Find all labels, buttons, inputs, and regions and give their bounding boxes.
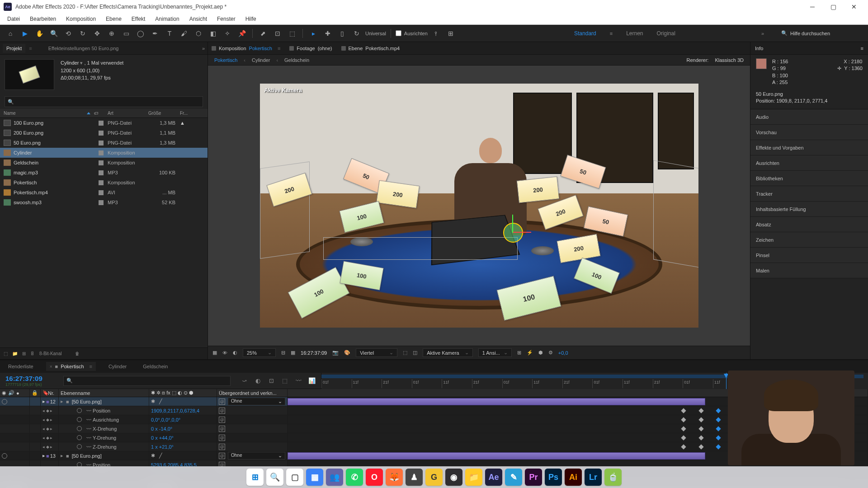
resolution-select[interactable]: Viertel ⌄ <box>356 348 397 357</box>
puppet-tool[interactable]: 📌 <box>236 28 248 39</box>
timeline-tab[interactable]: Renderliste <box>5 362 37 371</box>
transparency-icon[interactable]: ⬚ <box>403 350 407 356</box>
project-item[interactable]: CylinderKomposition <box>0 148 208 158</box>
graph-icon[interactable]: 〰 <box>294 376 303 385</box>
blur-icon[interactable]: ◐ <box>253 376 262 385</box>
grid-icon[interactable]: ▦ <box>291 350 295 356</box>
project-item[interactable]: swoosh.mp3MP352 KB <box>0 197 208 207</box>
menu-fenster[interactable]: Fenster <box>212 14 240 23</box>
comp-tab[interactable]: Komposition Pokertisch ≡ <box>212 46 280 51</box>
roto-tool[interactable]: ✧ <box>222 28 233 39</box>
sort-arrow-icon[interactable] <box>87 112 90 114</box>
res-icon[interactable]: ⊟ <box>281 350 285 356</box>
snap-icon[interactable]: ⫯ <box>430 28 442 39</box>
taskbar-teams[interactable]: 👥 <box>326 469 343 486</box>
panel-ausrichten[interactable]: Ausrichten <box>750 155 868 171</box>
workspace-standard[interactable]: Standard <box>574 30 596 37</box>
comp-tab[interactable]: Ebene Pokertisch.mp4 <box>341 46 400 51</box>
stamp-tool[interactable]: ⬡ <box>193 28 204 39</box>
project-list[interactable]: 100 Euro.pngPNG-Datei1,3 MB▲200 Euro.png… <box>0 118 208 347</box>
menu-komposition[interactable]: Komposition <box>61 14 100 23</box>
anchor-tool[interactable]: ⊕ <box>106 28 118 39</box>
snap2-icon[interactable]: ⊞ <box>445 28 457 39</box>
menu-bearbeiten[interactable]: Bearbeiten <box>25 14 61 23</box>
taskbar-app2[interactable]: G <box>425 469 443 486</box>
menu-animation[interactable]: Animation <box>151 14 184 23</box>
panel-zeichen[interactable]: Zeichen <box>750 232 868 248</box>
comp-icon[interactable]: ⊞ <box>22 351 26 356</box>
brush-tool[interactable]: 🖌 <box>178 28 190 39</box>
menu-datei[interactable]: Datei <box>3 14 24 23</box>
project-item[interactable]: magic.mp3MP3100 KB <box>0 168 208 178</box>
taskbar-app3[interactable]: ✎ <box>505 469 522 486</box>
taskbar-firefox[interactable]: 🦊 <box>386 469 403 486</box>
taskbar-start[interactable]: ⊞ <box>246 469 264 486</box>
taskbar-lr[interactable]: Lr <box>585 469 602 486</box>
taskbar-ps[interactable]: Ps <box>545 469 562 486</box>
adjust-icon[interactable]: 🎚 <box>30 351 35 356</box>
project-item[interactable]: PokertischKomposition <box>0 178 208 188</box>
folder-icon[interactable]: 📁 <box>12 351 18 356</box>
graph-editor-icon[interactable]: 📊 <box>307 376 316 385</box>
current-time[interactable]: 16:27:37:09 1777719 (29,97 fps) <box>0 375 63 387</box>
rect-tool[interactable]: ▭ <box>120 28 132 39</box>
panel-vorschau[interactable]: Vorschau <box>750 125 868 140</box>
panel-absatz[interactable]: Absatz <box>750 217 868 232</box>
menu-effekt[interactable]: Effekt <box>127 14 150 23</box>
project-item[interactable]: 100 Euro.pngPNG-Datei1,3 MB▲ <box>0 118 208 128</box>
pen-tool[interactable]: ✒ <box>149 28 161 39</box>
effects-settings-tab[interactable]: Effekteinstellungen 50 Euro.png <box>45 44 123 53</box>
taskbar-whatsapp[interactable]: ✆ <box>346 469 363 486</box>
region-icon[interactable]: ◫ <box>413 350 417 356</box>
menu-hilfe[interactable]: Hilfe <box>241 14 261 23</box>
frame-blend-icon[interactable]: ⊡ <box>267 376 276 385</box>
transform-gizmo[interactable] <box>500 219 527 246</box>
breadcrumb-item[interactable]: Cylinder <box>252 57 270 63</box>
panel-tracker[interactable]: Tracker <box>750 186 868 202</box>
color-icon[interactable]: 🎨 <box>344 350 350 356</box>
taskbar-pr[interactable]: Pr <box>525 469 542 486</box>
shy-icon[interactable]: ⤻ <box>240 376 249 385</box>
comp-tab[interactable]: Footage (ohne) <box>289 46 332 51</box>
snapshot-icon[interactable]: 📷 <box>332 350 339 356</box>
taskbar-app1[interactable]: ♟ <box>406 469 423 486</box>
zoom-level[interactable]: 25% ⌄ <box>243 348 276 357</box>
menu-ansicht[interactable]: Ansicht <box>185 14 212 23</box>
type-tool[interactable]: T <box>164 28 175 39</box>
composition-viewer[interactable]: 200 50 200 100 100 100 200 50 200 50 200… <box>208 66 750 346</box>
3d-icon[interactable]: ⬚ <box>280 376 289 385</box>
timeline-search[interactable]: 🔍 <box>63 376 231 386</box>
alpha-icon[interactable]: ▦ <box>212 350 217 356</box>
timeline-tab[interactable]: × ■ Pokertisch ≡ <box>46 362 96 371</box>
project-item[interactable]: Pokertisch.mp4AVI... MB <box>0 188 208 197</box>
selection-tool[interactable]: ▶ <box>19 28 31 39</box>
taskbar-widgets[interactable]: ▦ <box>306 469 323 486</box>
taskbar-taskview[interactable]: ▢ <box>286 469 303 486</box>
panel-inhaltsbasierte-füllung[interactable]: Inhaltsbasierte Füllung <box>750 202 868 217</box>
project-tab[interactable]: Projekt <box>3 44 25 53</box>
eraser-tool[interactable]: ◧ <box>207 28 219 39</box>
exposure[interactable]: +0,0 <box>558 350 568 356</box>
taskbar-opera[interactable]: O <box>366 469 383 486</box>
add-icon[interactable]: ✚ <box>322 28 334 39</box>
panel-pinsel[interactable]: Pinsel <box>750 248 868 263</box>
orbit-tool[interactable]: ⟲ <box>62 28 74 39</box>
pixel-icon[interactable]: ⊞ <box>517 350 521 356</box>
project-item[interactable]: 200 Euro.pngPNG-Datei1,1 MB <box>0 128 208 138</box>
timeline-tab[interactable]: Cylinder <box>105 362 130 371</box>
view-axis-tool[interactable]: ⬚ <box>286 28 298 39</box>
fast-icon[interactable]: ⚡ <box>527 350 533 356</box>
cursor-icon[interactable]: ▸ <box>307 28 319 39</box>
3d-icon[interactable]: ⬢ <box>538 350 543 356</box>
project-item[interactable]: 50 Euro.pngPNG-Datei1,3 MB <box>0 138 208 148</box>
draft-icon[interactable]: ⚙ <box>548 350 553 356</box>
breadcrumb-item[interactable]: Geldschein <box>284 57 309 63</box>
panel-menu-icon[interactable]: ≡ <box>861 46 863 51</box>
taskbar-ae[interactable]: Ae <box>485 469 502 486</box>
minimize-button[interactable]: ─ <box>802 0 823 14</box>
trash-icon[interactable]: 🗑 <box>75 351 80 356</box>
view-select[interactable]: Aktive Kamera ⌄ <box>423 348 473 357</box>
views-select[interactable]: 1 Ansi... ⌄ <box>478 348 512 357</box>
panel-malen[interactable]: Malen <box>750 263 868 278</box>
info-panel-title[interactable]: Info <box>755 46 763 51</box>
